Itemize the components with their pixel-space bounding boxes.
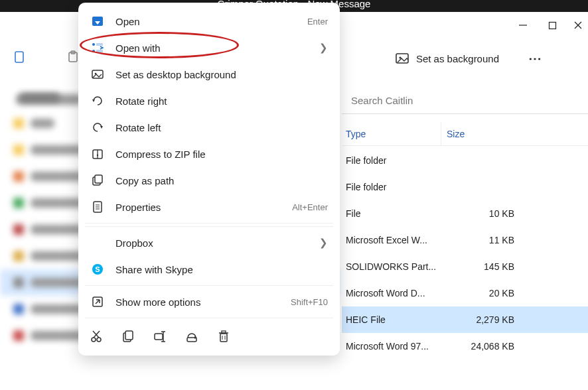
ctx-label: Rotate left bbox=[115, 122, 328, 133]
window-controls bbox=[508, 15, 588, 36]
ctx-set-bg[interactable]: Set as desktop background bbox=[78, 61, 340, 88]
set-as-background-button[interactable]: Set as background bbox=[386, 45, 508, 72]
ctx-accel: Enter bbox=[307, 17, 328, 27]
chevron-right-icon: ❯ bbox=[319, 42, 328, 54]
ctx-copypath[interactable]: Copy as path bbox=[78, 167, 340, 194]
ctx-rot-l[interactable]: Rotate left bbox=[78, 114, 340, 141]
svg-point-12 bbox=[92, 50, 95, 52]
file-size-cell: 10 KB bbox=[445, 208, 525, 219]
file-row[interactable]: Microsoft Word D...20 KB bbox=[342, 280, 588, 306]
svg-text:S: S bbox=[95, 265, 100, 273]
file-type-cell: File folder bbox=[346, 155, 445, 166]
rot-l-icon bbox=[90, 120, 105, 135]
file-size-cell: 20 KB bbox=[445, 288, 525, 298]
picture-icon bbox=[395, 51, 409, 66]
column-type[interactable]: Type bbox=[342, 122, 441, 145]
file-row[interactable]: SOLIDWORKS Part...145 KB bbox=[342, 253, 588, 280]
ctx-label: Compress to ZIP file bbox=[115, 149, 328, 160]
svg-point-21 bbox=[97, 155, 98, 156]
svg-rect-13 bbox=[96, 43, 103, 46]
copypath-icon bbox=[90, 173, 105, 188]
props-icon bbox=[90, 200, 105, 214]
set-bg-icon bbox=[90, 67, 105, 82]
delete-icon[interactable] bbox=[216, 329, 231, 344]
open-with-icon bbox=[90, 40, 105, 55]
ctx-accel: Alt+Enter bbox=[292, 202, 328, 212]
ctx-dropbox[interactable]: Dropbox❯ bbox=[78, 229, 340, 256]
file-size-cell: 2,279 KB bbox=[445, 314, 525, 325]
columns-header: Type Size bbox=[342, 122, 588, 146]
column-size[interactable]: Size bbox=[441, 122, 521, 145]
file-type-cell: HEIC File bbox=[346, 314, 445, 325]
ctx-label: Dropbox bbox=[115, 237, 319, 249]
search-input[interactable] bbox=[351, 95, 588, 106]
file-rows: File folderFile folderFile10 KBMicrosoft… bbox=[342, 147, 588, 359]
context-menu: OpenEnterOpen with❯Set as desktop backgr… bbox=[78, 3, 340, 356]
file-type-cell: Microsoft Word 97... bbox=[346, 341, 445, 352]
zip-icon bbox=[90, 147, 105, 161]
cut-icon[interactable] bbox=[89, 329, 104, 344]
ctx-bottom-bar bbox=[78, 321, 340, 352]
more-icon: ⋯ bbox=[528, 50, 542, 66]
file-type-cell: File bbox=[346, 208, 445, 219]
ctx-label: Copy as path bbox=[115, 175, 328, 186]
ctx-open-with[interactable]: Open with❯ bbox=[78, 34, 340, 61]
ctx-open[interactable]: OpenEnter bbox=[78, 8, 340, 34]
file-row[interactable]: File folder bbox=[342, 174, 588, 200]
file-type-cell: Microsoft Word D... bbox=[346, 288, 445, 298]
device-icon[interactable] bbox=[7, 44, 33, 70]
svg-rect-1 bbox=[550, 22, 556, 29]
file-size-cell: 145 KB bbox=[445, 261, 525, 272]
search-bar[interactable] bbox=[342, 88, 588, 114]
file-type-cell: SOLIDWORKS Part... bbox=[346, 261, 445, 272]
svg-point-33 bbox=[97, 338, 101, 342]
ctx-more[interactable]: Show more optionsShift+F10 bbox=[78, 289, 340, 315]
ctx-zip[interactable]: Compress to ZIP file bbox=[78, 141, 340, 167]
ctx-skype[interactable]: SShare with Skype bbox=[78, 256, 340, 283]
svg-rect-37 bbox=[125, 331, 133, 340]
more-icon bbox=[90, 294, 105, 309]
rot-r-icon bbox=[90, 94, 105, 108]
more-button[interactable]: ⋯ bbox=[522, 45, 548, 72]
ctx-label: Open with bbox=[115, 42, 319, 54]
file-type-cell: File folder bbox=[346, 182, 445, 192]
minimize-button[interactable] bbox=[514, 16, 532, 34]
ctx-label: Share with Skype bbox=[115, 264, 328, 275]
ctx-props[interactable]: PropertiesAlt+Enter bbox=[78, 194, 340, 220]
svg-marker-18 bbox=[100, 126, 103, 129]
ctx-label: Properties bbox=[115, 202, 292, 213]
ctx-label: Set as desktop background bbox=[115, 69, 328, 80]
svg-rect-48 bbox=[222, 331, 226, 333]
file-type-cell: Microsoft Excel W... bbox=[346, 235, 445, 245]
svg-point-32 bbox=[92, 338, 96, 342]
file-size-cell: 11 KB bbox=[445, 235, 525, 245]
copy-icon[interactable] bbox=[121, 329, 135, 344]
chevron-right-icon: ❯ bbox=[319, 237, 328, 249]
svg-rect-44 bbox=[220, 334, 227, 342]
file-row[interactable]: Microsoft Excel W...11 KB bbox=[342, 227, 588, 253]
svg-rect-38 bbox=[155, 334, 163, 340]
ctx-label: Show more options bbox=[115, 296, 291, 308]
ctx-rot-r[interactable]: Rotate right bbox=[78, 88, 340, 114]
svg-rect-23 bbox=[95, 175, 102, 183]
ctx-accel: Shift+F10 bbox=[291, 297, 328, 307]
rename-icon[interactable] bbox=[153, 329, 167, 344]
share-icon[interactable] bbox=[184, 329, 199, 344]
skype-icon: S bbox=[90, 262, 105, 277]
file-row[interactable]: File10 KB bbox=[342, 200, 588, 227]
maximize-button[interactable] bbox=[544, 16, 562, 34]
file-row[interactable]: Microsoft Word 97...24,068 KB bbox=[342, 333, 588, 359]
open-icon bbox=[90, 14, 105, 29]
set-as-background-label: Set as background bbox=[416, 53, 499, 64]
svg-marker-17 bbox=[92, 99, 95, 102]
svg-point-11 bbox=[92, 43, 95, 46]
svg-line-31 bbox=[96, 300, 100, 304]
svg-rect-14 bbox=[96, 50, 103, 52]
ctx-label: Rotate right bbox=[115, 96, 328, 107]
file-row[interactable]: HEIC File2,279 KB bbox=[342, 306, 588, 333]
svg-rect-4 bbox=[15, 52, 23, 62]
file-row[interactable]: File folder bbox=[342, 147, 588, 174]
file-size-cell: 24,068 KB bbox=[445, 341, 525, 352]
close-button[interactable] bbox=[573, 16, 583, 34]
ctx-label: Open bbox=[115, 16, 307, 27]
